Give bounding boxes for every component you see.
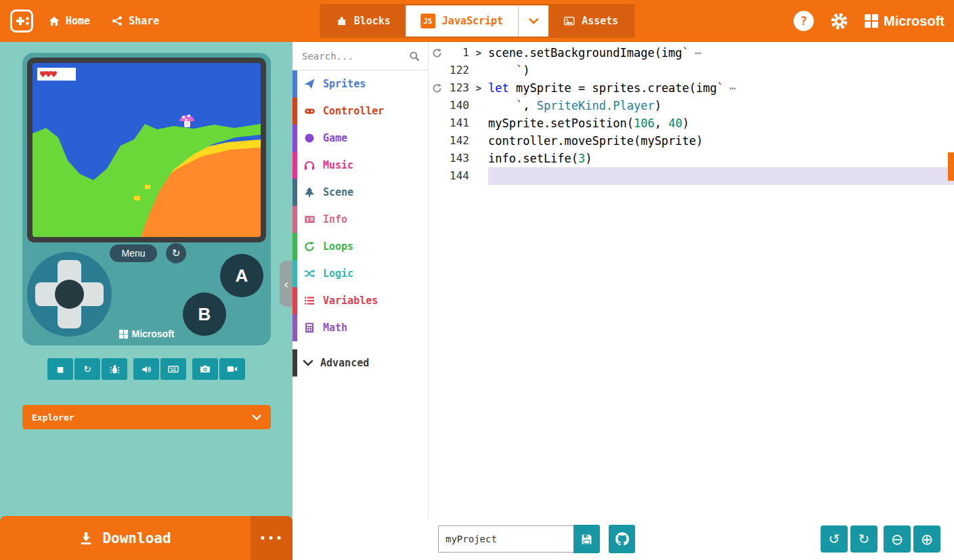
circle-icon [304,133,316,144]
a-button-label: A [236,265,248,286]
line-number: 140 [445,97,469,114]
zoom-in-button[interactable]: ⊕ [913,525,940,553]
toolbox-category-game[interactable]: Game [292,125,428,152]
project-name-input[interactable] [438,525,573,553]
shuffle-icon [304,268,316,279]
category-color-bar [292,233,297,260]
search-input[interactable] [302,51,404,62]
sim-restart-button[interactable]: ↻ [74,358,100,380]
toolbox-category-sprites[interactable]: Sprites [292,70,428,98]
download-options-button[interactable]: ••• [251,516,292,560]
undo-button[interactable]: ↺ [821,525,848,553]
list-icon [304,295,316,306]
toolbox-category-advanced[interactable]: Advanced [292,349,428,376]
gear-icon [830,12,848,30]
sim-dpad[interactable] [27,252,112,337]
tab-javascript-label: JavaScript [442,15,503,27]
sim-record-button[interactable] [219,358,245,380]
code-line-144[interactable]: 144 [429,167,954,185]
toolbox-category-loops[interactable]: Loops [292,233,428,260]
sim-menu-button[interactable]: Menu [110,244,157,262]
sim-a-button[interactable]: A [220,254,263,297]
github-button[interactable] [609,525,635,553]
save-project-button[interactable] [573,525,600,553]
glyph-margin [429,62,445,79]
line-number: 122 [445,62,469,79]
toolbox-category-variables[interactable]: Variables [292,287,428,314]
code-line-1[interactable]: 1>scene.setBackgroundImage(img`⋯ [429,44,954,62]
sim-debug-button[interactable] [102,358,127,380]
explorer-label: Explorer [32,412,74,423]
save-icon [581,534,592,545]
zoom-out-button[interactable]: ⊖ [884,525,911,553]
fold-margin [469,97,488,114]
code-text: let mySprite = sprites.create(img`⋯ [488,79,954,97]
category-color-bar [292,179,297,206]
advanced-label: Advanced [320,357,369,369]
code-line-122[interactable]: 122 `) [429,62,954,79]
arcade-logo[interactable] [7,6,37,36]
line-number: 1 [445,44,469,62]
glyph-margin [429,114,445,132]
microsoft-logo[interactable]: Microsoft [865,14,945,29]
toolbox-category-info[interactable]: Info [292,206,428,233]
explorer-button[interactable]: Explorer [22,405,271,429]
code-line-140[interactable]: 140 `, SpriteKind.Player) [429,97,954,114]
toolbox-category-controller[interactable]: Controller [292,98,428,125]
fold-margin [469,62,488,79]
tab-blocks[interactable]: Blocks [321,5,406,37]
share-button[interactable]: Share [102,8,169,34]
home-button[interactable]: Home [39,8,100,34]
tab-assets[interactable]: Assets [548,5,633,37]
code-text: `, SpriteKind.Player) [488,97,954,114]
code-line-143[interactable]: 143info.setLife(3) [429,150,954,167]
fold-chevron-icon[interactable]: > [469,79,488,97]
sim-keyboard-button[interactable] [160,358,186,380]
sim-mute-button[interactable] [133,358,159,380]
fold-chevron-icon[interactable]: > [469,44,488,62]
share-icon [112,16,123,26]
sim-screenshot-button[interactable] [192,358,218,380]
sprite-glyph-icon[interactable] [429,44,445,62]
download-label: Download [102,530,171,546]
sim-capture-group [192,358,245,380]
javascript-mode-dropdown[interactable] [518,5,548,37]
code-line-123[interactable]: 123>let mySprite = sprites.create(img`⋯ [429,79,954,97]
id-card-icon [304,214,316,225]
code-text: `) [488,62,954,79]
zoom-in-icon: ⊕ [921,531,933,548]
fold-margin [469,114,488,132]
sprite-glyph-icon[interactable] [429,79,445,97]
simulator-screen[interactable]: ♥♥♥ [32,63,261,237]
paper-plane-icon [304,79,316,89]
redo-button[interactable]: ↻ [850,525,877,553]
help-button[interactable]: ? [794,11,814,31]
category-color-bar [292,98,297,125]
code-line-142[interactable]: 142controller.moveSprite(mySprite) [429,132,954,150]
category-label: Scene [323,186,353,198]
sim-run-group: ■ ↻ [47,358,127,380]
toolbox-category-scene[interactable]: Scene [292,179,428,206]
folded-code-ellipsis[interactable]: ⋯ [729,81,737,95]
settings-button[interactable] [830,12,848,30]
toolbox-category-math[interactable]: Math [292,314,428,341]
search-icon[interactable] [409,51,420,62]
sim-reset-button[interactable]: ↻ [166,243,186,263]
toolbox-categories: SpritesControllerGameMusicSceneInfoLoops… [292,70,428,341]
collapse-simulator-handle[interactable]: ‹ [280,261,292,307]
download-button[interactable]: Download [0,516,251,560]
toolbox-category-logic[interactable]: Logic [292,260,428,287]
code-editor[interactable]: 1>scene.setBackgroundImage(img`⋯122 `)12… [429,42,954,518]
toolbox-category-music[interactable]: Music [292,152,428,179]
simulator-toolbar: ■ ↻ [0,358,292,380]
sim-stop-button[interactable]: ■ [47,358,73,380]
category-label: Math [323,322,347,334]
category-label: Variables [323,295,378,307]
code-lines: 1>scene.setBackgroundImage(img`⋯122 `)12… [429,44,954,185]
editor-area: SpritesControllerGameMusicSceneInfoLoops… [292,42,954,560]
line-number: 141 [445,114,469,132]
tab-javascript[interactable]: JS JavaScript [406,5,518,37]
code-line-141[interactable]: 141mySprite.setPosition(106, 40) [429,114,954,132]
glyph-margin [429,150,445,167]
folded-code-ellipsis[interactable]: ⋯ [695,46,702,60]
